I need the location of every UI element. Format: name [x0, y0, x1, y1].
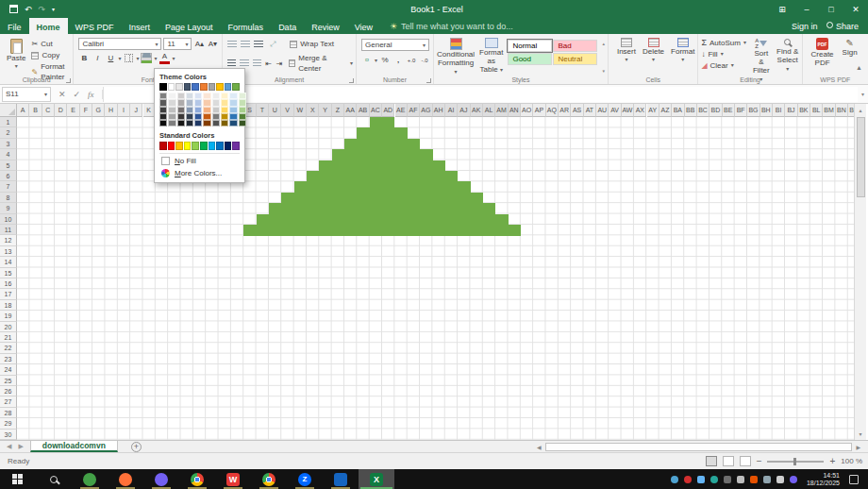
increase-font-size-button[interactable]: A▴ [193, 39, 205, 49]
column-header-Z[interactable]: Z [332, 104, 344, 117]
column-header-AG[interactable]: AG [420, 104, 432, 117]
restore-button[interactable]: □ [819, 0, 843, 18]
column-header-BM[interactable]: BM [823, 104, 835, 117]
column-header-C[interactable]: C [42, 104, 55, 117]
column-header-AI[interactable]: AI [445, 104, 458, 117]
row-header-24[interactable]: 24 [0, 364, 17, 375]
theme-variant-swatch-5-4[interactable] [203, 120, 210, 126]
row-header-15[interactable]: 15 [0, 268, 17, 278]
column-header-X[interactable]: X [307, 104, 319, 117]
theme-variant-swatch-9-1[interactable] [239, 99, 246, 106]
column-header-BA[interactable]: BA [672, 104, 684, 117]
column-header-AP[interactable]: AP [533, 104, 545, 117]
column-header-AC[interactable]: AC [370, 104, 382, 117]
coccoc-browser[interactable] [72, 469, 108, 489]
theme-variant-swatch-1-0[interactable] [168, 93, 175, 99]
format-cells-button[interactable]: Format▾ [671, 38, 694, 62]
number-dialog-launcher-icon[interactable] [426, 78, 431, 83]
scroll-right-icon[interactable]: ▶ [852, 444, 864, 450]
row-header-4[interactable]: 4 [0, 149, 17, 160]
camera-tray-icon[interactable] [724, 476, 731, 483]
column-header-W[interactable]: W [294, 104, 307, 117]
share-button[interactable]: Share [826, 22, 859, 31]
theme-color-swatch-3[interactable] [184, 83, 192, 91]
column-header-BJ[interactable]: BJ [785, 104, 797, 117]
theme-color-swatch-9[interactable] [232, 83, 240, 91]
column-header-I[interactable]: I [118, 104, 130, 117]
theme-variant-swatch-7-0[interactable] [221, 93, 228, 99]
column-header-B[interactable]: B [29, 104, 42, 117]
standard-color-swatch-5[interactable] [200, 142, 208, 149]
underline-button[interactable]: U [105, 53, 116, 63]
copy-button[interactable]: Copy [31, 50, 70, 60]
theme-variant-swatch-8-0[interactable] [229, 93, 237, 99]
theme-color-swatch-1[interactable] [168, 83, 175, 91]
underline-dropdown-arrow-icon[interactable]: ▾ [118, 55, 121, 61]
column-header-AX[interactable]: AX [634, 104, 646, 117]
column-header-BC[interactable]: BC [697, 104, 709, 117]
decrease-indent-button[interactable]: ⇤ [265, 59, 272, 69]
vertical-scrollbar[interactable]: ▴ ▾ [854, 104, 866, 440]
column-header-AZ[interactable]: AZ [659, 104, 672, 117]
gallery-up-icon[interactable]: ▴ [602, 41, 605, 46]
standard-color-swatch-2[interactable] [175, 142, 183, 149]
vlc-tray-icon[interactable] [750, 476, 758, 483]
row-header-11[interactable]: 11 [0, 225, 17, 235]
column-header-BK[interactable]: BK [798, 104, 810, 117]
conditional-formatting-button[interactable]: ConditionalFormatting ▾ [437, 38, 475, 76]
theme-variant-swatch-1-3[interactable] [168, 113, 175, 120]
tab-home[interactable]: Home [29, 18, 68, 34]
row-header-9[interactable]: 9 [0, 203, 17, 213]
name-box[interactable]: S11▾ [2, 87, 51, 102]
number-format-select[interactable]: General▾ [361, 39, 429, 51]
insert-cells-button[interactable]: Insert▾ [617, 38, 636, 62]
column-header-AT[interactable]: AT [584, 104, 596, 117]
sign-in-link[interactable]: Sign in [792, 22, 818, 31]
row-header-16[interactable]: 16 [0, 278, 17, 289]
row-header-21[interactable]: 21 [0, 332, 17, 343]
tab-review[interactable]: Review [304, 18, 347, 34]
row-header-1[interactable]: 1 [0, 117, 17, 127]
column-header-BD[interactable]: BD [709, 104, 722, 117]
page-break-view-icon[interactable] [740, 456, 751, 466]
theme-color-swatch-8[interactable] [225, 83, 232, 91]
theme-variant-swatch-7-3[interactable] [221, 113, 228, 120]
theme-variant-swatch-1-4[interactable] [168, 120, 175, 126]
fill-button[interactable]: ↓Fill▾ [701, 49, 746, 59]
cell-style-neutral[interactable]: Neutral [553, 53, 597, 65]
theme-variant-swatch-4-1[interactable] [194, 99, 202, 106]
theme-variant-swatch-6-2[interactable] [212, 107, 220, 113]
row-header-13[interactable]: 13 [0, 246, 17, 257]
row-header-17[interactable]: 17 [0, 289, 17, 299]
delete-cells-button[interactable]: Delete▾ [643, 38, 664, 62]
column-header-A[interactable]: A [17, 104, 29, 117]
autosum-button[interactable]: ΣAutoSum▾ [701, 38, 746, 48]
zoom-slider-thumb[interactable] [793, 458, 796, 465]
zalo[interactable]: Z [287, 469, 323, 489]
scroll-left-icon[interactable]: ◀ [533, 444, 545, 450]
theme-variant-swatch-1-1[interactable] [168, 99, 175, 106]
standard-color-swatch-0[interactable] [159, 142, 167, 149]
theme-variant-swatch-4-3[interactable] [194, 113, 202, 120]
font-size-select[interactable]: 11▾ [163, 38, 192, 50]
chrome-browser[interactable] [179, 469, 215, 489]
column-header-AH[interactable]: AH [433, 104, 445, 117]
font-color-button[interactable]: A [159, 53, 170, 63]
row-header-30[interactable]: 30 [0, 430, 17, 440]
row-header-14[interactable]: 14 [0, 257, 17, 267]
row-header-7[interactable]: 7 [0, 181, 17, 192]
expand-formula-bar-icon[interactable]: ▾ [858, 91, 868, 97]
decrease-font-size-button[interactable]: A▾ [207, 39, 218, 49]
theme-variant-swatch-4-2[interactable] [194, 107, 202, 113]
tab-file[interactable]: File [0, 18, 29, 34]
theme-variant-swatch-3-2[interactable] [186, 107, 193, 113]
cell-style-bad[interactable]: Bad [553, 40, 597, 52]
column-header-E[interactable]: E [67, 104, 79, 117]
create-pdf-button[interactable]: PDF CreatePDF [811, 38, 834, 67]
row-header-6[interactable]: 6 [0, 171, 17, 181]
row-header-10[interactable]: 10 [0, 214, 17, 225]
standard-color-swatch-6[interactable] [209, 142, 216, 149]
standard-color-swatch-3[interactable] [184, 142, 192, 149]
theme-color-swatch-2[interactable] [175, 83, 183, 91]
theme-color-swatch-4[interactable] [192, 83, 199, 91]
